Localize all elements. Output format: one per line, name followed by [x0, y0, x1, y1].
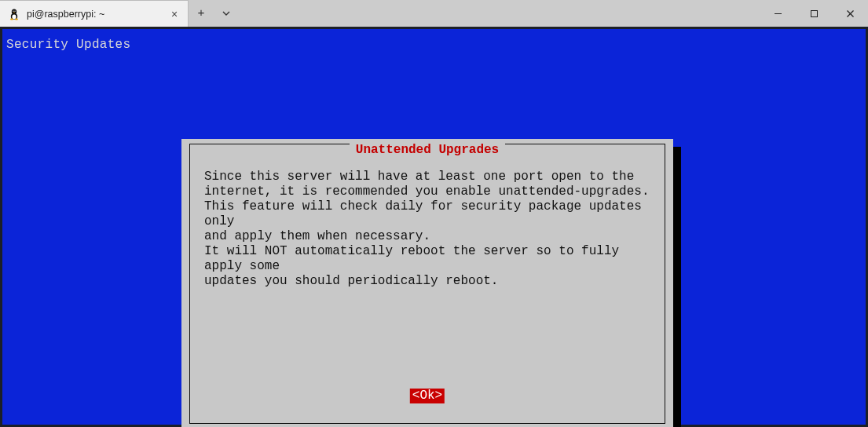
svg-point-9 — [15, 18, 18, 20]
dialog-box: Unattended Upgrades Since this server wi… — [181, 139, 673, 427]
svg-point-5 — [13, 10, 14, 11]
svg-point-8 — [10, 18, 13, 20]
dialog-title-wrap: Unattended Upgrades — [190, 143, 665, 158]
screen-title: Security Updates — [6, 38, 130, 53]
dialog-border: Unattended Upgrades Since this server wi… — [189, 144, 665, 424]
tab-close-button[interactable]: × — [167, 7, 181, 21]
dialog-title: Unattended Upgrades — [350, 143, 505, 158]
new-tab-button[interactable]: + — [189, 0, 214, 27]
svg-rect-11 — [811, 10, 817, 16]
tab-title: pi@raspberrypi: ~ — [27, 9, 161, 20]
dialog-body-text: Since this server will have at least one… — [204, 170, 650, 289]
terminal-screen[interactable]: Security Updates Unattended Upgrades Sin… — [2, 29, 866, 425]
ok-button[interactable]: <Ok> — [410, 389, 445, 403]
window-controls — [760, 0, 868, 27]
terminal-tab[interactable]: pi@raspberrypi: ~ × — [0, 0, 189, 27]
minimize-button[interactable] — [760, 0, 796, 27]
tab-dropdown-button[interactable] — [214, 0, 239, 27]
maximize-button[interactable] — [796, 0, 832, 27]
window-titlebar: pi@raspberrypi: ~ × + — [0, 0, 868, 27]
terminal-container: Security Updates Unattended Upgrades Sin… — [0, 27, 868, 427]
window-close-button[interactable] — [832, 0, 868, 27]
tux-icon — [8, 8, 20, 20]
svg-point-2 — [12, 14, 16, 19]
svg-point-6 — [15, 10, 16, 11]
